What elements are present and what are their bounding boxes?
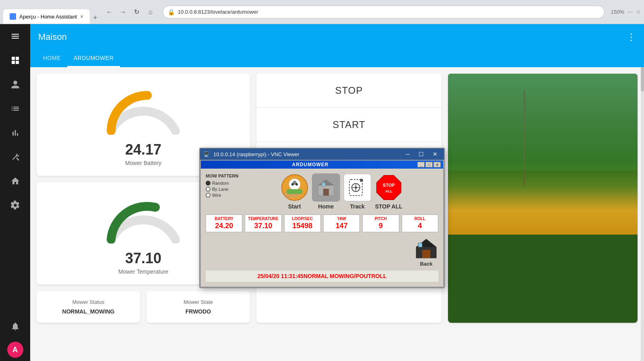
stat-temp-value: 37.10	[247, 222, 279, 230]
tab-close-btn[interactable]: ×	[80, 13, 83, 20]
scrollbar-thumb[interactable]	[641, 67, 644, 91]
ha-main: Maison ⋮ HOME ARDUMOWER	[30, 24, 644, 361]
radio-bylane[interactable]: By Lane	[206, 187, 238, 192]
ctrl-track-btn[interactable]: Track	[343, 173, 372, 210]
vnc-maximize[interactable]: ☐	[415, 150, 427, 158]
sidebar-item-person[interactable]	[0, 72, 30, 97]
mow-pattern-controls: MOW PATTERN Random By Lane	[206, 173, 238, 198]
ha-content: 24.17 Mower Battery 37.10	[30, 67, 644, 361]
svg-rect-10	[322, 183, 325, 186]
sidebar-menu-btn[interactable]	[0, 24, 30, 48]
ctrl-home-label: Home	[318, 203, 334, 210]
back-btn-ardumower[interactable]: Back	[414, 237, 438, 267]
control-buttons: Start	[245, 173, 438, 210]
camera-image	[448, 74, 638, 235]
ha-header-title: Maison	[38, 32, 618, 42]
ardumower-maximize[interactable]: □	[425, 162, 433, 167]
sidebar-item-settings[interactable]	[0, 193, 30, 217]
scrollbar[interactable]	[641, 67, 644, 361]
temp-label: Mower Temperature	[118, 268, 168, 275]
home-nav-btn[interactable]: ⌂	[145, 6, 156, 18]
ctrl-start-icon	[281, 173, 309, 202]
ctrl-track-icon	[343, 173, 372, 202]
stats-section: BATTERY 24.20 TEMPERATURE 37.10 LOOP/SEC…	[206, 215, 438, 232]
vnc-title: 10.0.0.14 (raspberrypi) - VNC Viewer	[213, 151, 400, 157]
tab-label: Aperçu - Home Assistant	[19, 14, 77, 20]
sidebar-item-list[interactable]	[0, 97, 30, 121]
tab-ardumower[interactable]: ARDUMOWER	[67, 50, 120, 67]
status-card: Mower Status NORMAL_MOWING	[37, 291, 140, 323]
stat-temp: TEMPERATURE 37.10	[245, 215, 281, 232]
stat-loop: LOOP/SEC 15498	[284, 215, 321, 232]
camera-card	[448, 74, 638, 323]
sidebar-item-wrench[interactable]	[0, 145, 30, 169]
state-title: Mower State	[153, 299, 244, 305]
stat-battery: BATTERY 24.20	[206, 215, 242, 232]
svg-point-4	[291, 183, 294, 186]
svg-marker-17	[377, 175, 401, 200]
radio-random-btn[interactable]	[206, 181, 211, 186]
user-avatar[interactable]: A	[7, 342, 23, 358]
sidebar-item-dashboard[interactable]	[0, 48, 30, 72]
back-btn[interactable]: ←	[104, 6, 115, 18]
tab-home[interactable]: HOME	[37, 50, 67, 67]
svg-rect-22	[422, 250, 430, 258]
sidebar-item-chart[interactable]	[0, 121, 30, 145]
sidebar-item-home[interactable]	[0, 169, 30, 193]
ardumower-minimize[interactable]: _	[417, 162, 425, 167]
radio-random[interactable]: Random	[206, 181, 238, 186]
sidebar-item-bell[interactable]	[0, 314, 30, 338]
ctrl-track-label: Track	[350, 203, 365, 210]
stat-roll-value: 4	[404, 222, 436, 230]
radio-bylane-btn[interactable]	[206, 187, 211, 192]
battery-label: Mower Battery	[125, 160, 161, 166]
address-bar[interactable]: 🔒 10.0.0.8:8123/lovelace/ardumower	[163, 6, 605, 19]
ardumower-titlebar: ARDUMOWER _ □ ✕	[201, 161, 443, 169]
svg-rect-8	[323, 189, 329, 196]
url-text: 10.0.0.8:8123/lovelace/ardumower	[178, 9, 599, 15]
ha-header: Maison ⋮	[30, 24, 644, 50]
new-tab-btn[interactable]: +	[90, 12, 101, 24]
radio-group: Random By Lane Wire	[206, 181, 238, 198]
stop-btn[interactable]: STOP	[256, 74, 442, 108]
status-row: Mower Status NORMAL_MOWING Mower State F…	[37, 291, 250, 323]
stat-roll: ROLL 4	[402, 215, 438, 232]
ctrl-stopall-btn[interactable]: STOP ALL STOP ALL	[375, 173, 403, 210]
radio-wire[interactable]: Wire	[206, 193, 238, 198]
tab-favicon	[10, 13, 16, 20]
vnc-close[interactable]: ✕	[429, 150, 441, 158]
ha-header-menu[interactable]: ⋮	[626, 31, 636, 43]
radio-wire-btn[interactable]	[206, 193, 211, 198]
bookmark-icon: ☆	[636, 9, 641, 15]
state-card: Mower State FRWODO	[147, 291, 250, 323]
start-btn[interactable]: START	[256, 108, 442, 142]
battery-value: 24.17	[125, 141, 161, 158]
ardumower-close[interactable]: ✕	[433, 162, 441, 167]
ardumower-content: MOW PATTERN Random By Lane	[201, 169, 443, 287]
vnc-minimize[interactable]: ─	[402, 150, 413, 158]
stat-yaw-label: YAW	[325, 217, 358, 221]
extensions-icon: ⋯	[627, 9, 633, 15]
ctrl-start-btn[interactable]: Start	[281, 173, 309, 210]
ha-wrapper: A Maison ⋮ HOME ARDUMOWER	[0, 24, 644, 361]
ctrl-home-btn[interactable]: Home	[312, 173, 340, 210]
svg-marker-9	[318, 179, 334, 186]
temp-value: 37.10	[125, 250, 161, 267]
stat-temp-label: TEMPERATURE	[247, 217, 279, 221]
vnc-titlebar: 🖥️ 10.0.0.14 (raspberrypi) - VNC Viewer …	[200, 149, 444, 160]
mow-pattern-label: MOW PATTERN	[206, 173, 238, 178]
forward-btn[interactable]: →	[118, 6, 129, 18]
vnc-window[interactable]: 🖥️ 10.0.0.14 (raspberrypi) - VNC Viewer …	[199, 148, 445, 288]
stat-loop-label: LOOP/SEC	[286, 217, 319, 221]
stat-yaw: YAW 147	[323, 215, 360, 232]
browser-tab[interactable]: Aperçu - Home Assistant ×	[3, 9, 90, 24]
svg-text:STOP: STOP	[383, 183, 395, 188]
back-label: Back	[420, 261, 432, 267]
stat-pitch-value: 9	[364, 222, 397, 230]
stat-roll-label: ROLL	[404, 217, 436, 221]
back-section: Back	[206, 237, 438, 267]
status-title: Mower Status	[43, 299, 134, 305]
radio-bylane-label: By Lane	[212, 187, 228, 192]
refresh-btn[interactable]: ↻	[131, 6, 142, 18]
zoom-level: 150%	[611, 9, 624, 15]
